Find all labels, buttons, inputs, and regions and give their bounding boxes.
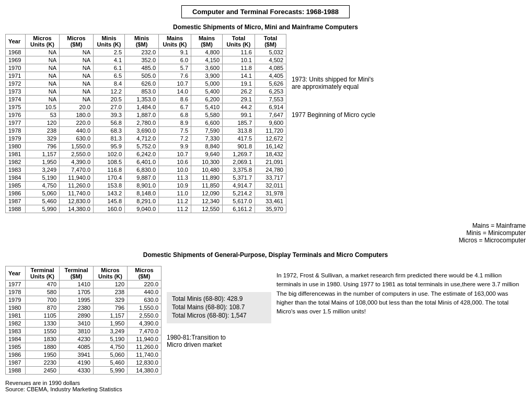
col2-terminal-units: TerminalUnits (K): [26, 266, 60, 281]
top-notes: 1973: Units shipped for Mini's are appro…: [292, 34, 396, 244]
col2-micros-units: MicrosUnits (K): [94, 266, 128, 281]
bottom-right-note: In 1972, Frost & Sullivan, a market rese…: [276, 266, 526, 375]
note-1977: 1977 Beginning of Micro cycle: [292, 111, 396, 119]
table-row: 1986195039415,06011,740.0: [6, 351, 161, 359]
table-row: 19774701410120220.0: [6, 281, 161, 288]
footer: Revenues are in 1990 dollars Source: CBE…: [5, 380, 526, 392]
micros-total: Total Micros (68-80): 1,547: [172, 312, 266, 319]
bottom-table-container: Year TerminalUnits (K) Terminal($M) Micr…: [5, 266, 161, 375]
transition-note: 1980-81:Transition to Micro driven marke…: [167, 334, 271, 348]
table-row: 1985188040854,75011,260.0: [6, 343, 161, 351]
table-row: 19807961,550.095.95,752.09.98,840901.816…: [6, 143, 286, 150]
table2: Year TerminalUnits (K) Terminal($M) Micr…: [5, 266, 161, 375]
col-total-units: TotalUnits (K): [223, 34, 255, 49]
col-mains-m: Mains($M): [191, 34, 223, 49]
section2-title: Domestic Shipments of General-Purpose, D…: [5, 251, 526, 259]
col-year: Year: [6, 34, 26, 49]
table-row: 1984183042305,19011,940.0: [6, 335, 161, 343]
table-row: 1983155038103,2497,470.0: [6, 328, 161, 335]
col2-terminal-m: Terminal($M): [60, 266, 94, 281]
table-row: 1971NANA6.5505.07.63,90014.14,405: [6, 72, 286, 80]
col-minis-units: MinisUnits (K): [94, 34, 125, 49]
table-row: 19875,46012,830.0145.88,291.011.212,3405…: [6, 197, 286, 205]
table-row: 19885,99014,380.0160.09,040.011.212,5506…: [6, 205, 286, 213]
table1: Year MicrosUnits (K) Micros($M) MinisUni…: [5, 34, 286, 213]
minis-total: Total Minis (68-80): 428.9: [172, 295, 266, 302]
footer-line2: Source: CBEMA, Industry Marketing Statis…: [5, 386, 526, 392]
table-row: 1981110528901,1572,550.0: [6, 312, 161, 320]
col-minis-m: Minis($M): [125, 34, 159, 49]
table-row: 1972NANA8.4626.010.75,00019.15,626: [6, 80, 286, 88]
table-row: 197510.520.027.01,484.06.75,41044.26,914: [6, 103, 286, 111]
table-row: 1974NANA20.51,353.08.66,20029.17,553: [6, 96, 286, 103]
col2-micros-m: Micros($M): [128, 266, 161, 281]
table-row: 1979329630.081.34,712.07.27,330417.512,6…: [6, 135, 286, 143]
table-row: 1970NANA6.1485.05.73,60011.84,085: [6, 64, 286, 72]
table-row: 19833,2497,470.0116.86,830.010.010,4803,…: [6, 166, 286, 174]
table-row: 19854,75011,260.0153.88,901.010.911,8504…: [6, 182, 286, 190]
table-row: 1973NANA12.2853.014.05,40026.26,253: [6, 88, 286, 96]
table-row: 19845,19011,940.0170.49,887.011.311,8905…: [6, 174, 286, 182]
col-mains-units: MainsUnits (K): [159, 34, 191, 49]
totals-box: Total Minis (68-80): 428.9 Total Mains (…: [167, 292, 271, 323]
main-title: Computer and Terminal Forecasts: 1968-19…: [181, 5, 350, 18]
footer-line1: Revenues are in 1990 dollars: [5, 380, 526, 386]
table-row: 1982133034101,9504,390.0: [6, 320, 161, 328]
table-row: 1978238440.068.33,690.07.57,590313.811,7…: [6, 127, 286, 135]
table-row: 1968NANA2.5232.09.14,80011.65,032: [6, 49, 286, 56]
col-micros-m: Micros($M): [60, 34, 94, 49]
table-row: 19865,06011,740.0143.28,148.011.012,0905…: [6, 190, 286, 197]
table-row: 19821,9504,390.0108.56,401.010.610,3002,…: [6, 158, 286, 166]
bottom-middle: Total Minis (68-80): 428.9 Total Mains (…: [167, 266, 271, 375]
table-row: 197653180.039.31,887.06.85,58099.17,647: [6, 111, 286, 119]
table-row: 19797001995329630.0: [6, 296, 161, 304]
top-table-container: Year MicrosUnits (K) Micros($M) MinisUni…: [5, 34, 286, 244]
legend: Mains = Mainframe Minis = Minicomputer M…: [401, 34, 526, 244]
note-1973: 1973: Units shipped for Mini's are appro…: [292, 76, 396, 90]
table-row: 1987223041905,46012,830.0: [6, 359, 161, 367]
col2-year: Year: [6, 266, 26, 281]
table-row: 1969NANA4.1352.06.04,15010.14,502: [6, 56, 286, 64]
table-row: 19785801705238440.0: [6, 288, 161, 296]
mains-total: Total Mains (68-80): 108.7: [172, 304, 266, 311]
table-row: 1977120220.056.82,780.08.96,600185.79,60…: [6, 119, 286, 127]
table-row: 1988245043305,99014,380.0: [6, 367, 161, 375]
col-micros-units: MicrosUnits (K): [26, 34, 60, 49]
table-row: 19811,1572,550.0102.06,242.010.79,6401,2…: [6, 150, 286, 158]
col-total-m: Total($M): [255, 34, 286, 49]
table-row: 198087023807961,550.0: [6, 304, 161, 312]
section1-title: Domestic Shipments of Micro, Mini and Ma…: [5, 24, 526, 31]
